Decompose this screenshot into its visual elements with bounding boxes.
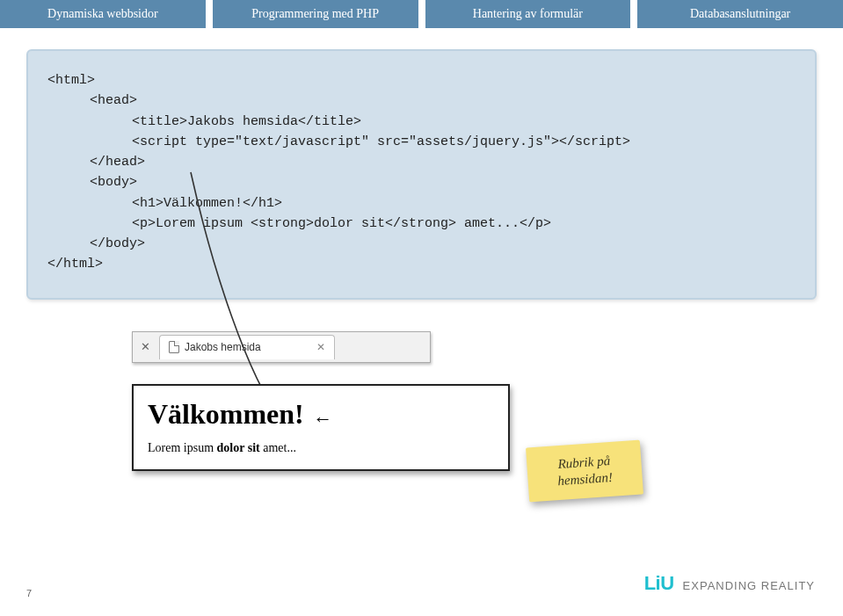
code-line: <body> [47,172,796,192]
browser-tab-title: Jakobs hemsida [185,341,311,353]
arrow-left-icon: ← [313,408,332,430]
code-line: <h1>Välkommen!</h1> [47,193,796,214]
tab-forms[interactable]: Hantering av formulär [425,0,638,28]
tab-database[interactable]: Databasanslutningar [637,0,843,28]
code-line: <html> [47,70,796,91]
code-line: </html> [47,254,796,274]
sticky-line: hemsidan! [557,470,613,488]
sticky-line: Rubrik på [557,453,611,471]
code-example-box: <html> <head> <title>Jakobs hemsida</tit… [26,49,817,300]
code-line: <title>Jakobs hemsida</title> [47,112,796,132]
code-line: <p>Lorem ipsum <strong>dolor sit</strong… [47,214,796,234]
sticky-note: Rubrik på hemsidan! [526,440,643,502]
code-line: <head> [47,91,796,111]
para-strong: dolor sit [217,441,260,454]
rendered-paragraph: Lorem ipsum dolor sit amet... [148,441,494,455]
tab-dynamic-pages[interactable]: Dynamiska webbsidor [0,0,213,28]
rendered-heading: Välkommen! [148,398,304,431]
liu-tagline: EXPANDING REALITY [683,579,815,592]
browser-tab-bar: ✕ Jakobs hemsida ✕ [132,331,431,363]
document-icon [169,341,179,353]
window-close-icon[interactable]: ✕ [133,340,157,353]
liu-logo-text: LiU [644,572,674,595]
tab-close-icon[interactable]: ✕ [316,341,325,353]
code-line: </head> [47,152,796,172]
code-line: <script type="text/javascript" src="asse… [47,132,796,152]
browser-tab[interactable]: Jakobs hemsida ✕ [159,335,335,359]
tab-php[interactable]: Programmering med PHP [213,0,425,28]
para-text: Lorem ipsum [148,441,217,454]
page-number: 7 [26,588,32,598]
para-text: amet... [260,441,296,454]
top-tabs: Dynamiska webbsidor Programmering med PH… [0,0,843,28]
code-line: </body> [47,234,796,254]
footer-logo: LiU EXPANDING REALITY [644,572,815,595]
rendered-page-preview: Välkommen! ← Lorem ipsum dolor sit amet.… [132,384,510,472]
